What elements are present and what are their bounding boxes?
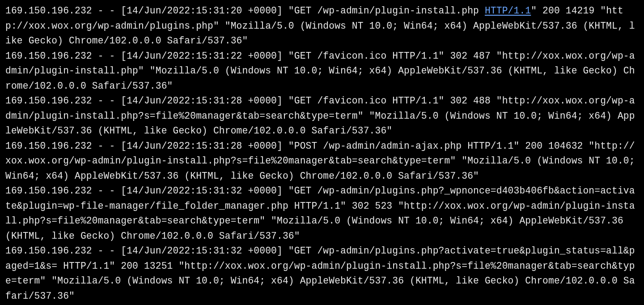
log-line: 169.150.196.232 - - [14/Jun/2022:15:31:2… [5,5,635,46]
log-text: 169.150.196.232 - - [14/Jun/2022:15:31:3… [5,245,635,301]
log-line: 169.150.196.232 - - [14/Jun/2022:15:31:3… [5,185,635,241]
log-line: 169.150.196.232 - - [14/Jun/2022:15:31:3… [5,245,635,301]
log-output[interactable]: 169.150.196.232 - - [14/Jun/2022:15:31:2… [0,0,644,305]
log-line: 169.150.196.232 - - [14/Jun/2022:15:31:2… [5,141,641,181]
highlight-protocol: HTTP/1.1 [485,5,531,16]
log-text: 169.150.196.232 - - [14/Jun/2022:15:31:2… [5,51,635,91]
log-text: 169.150.196.232 - - [14/Jun/2022:15:31:2… [5,141,641,181]
log-text: 169.150.196.232 - - [14/Jun/2022:15:31:2… [5,5,485,16]
log-line: 169.150.196.232 - - [14/Jun/2022:15:31:2… [5,95,635,136]
log-text: 169.150.196.232 - - [14/Jun/2022:15:31:2… [5,95,635,136]
log-text: 169.150.196.232 - - [14/Jun/2022:15:31:3… [5,185,635,241]
log-line: 169.150.196.232 - - [14/Jun/2022:15:31:2… [5,51,635,91]
